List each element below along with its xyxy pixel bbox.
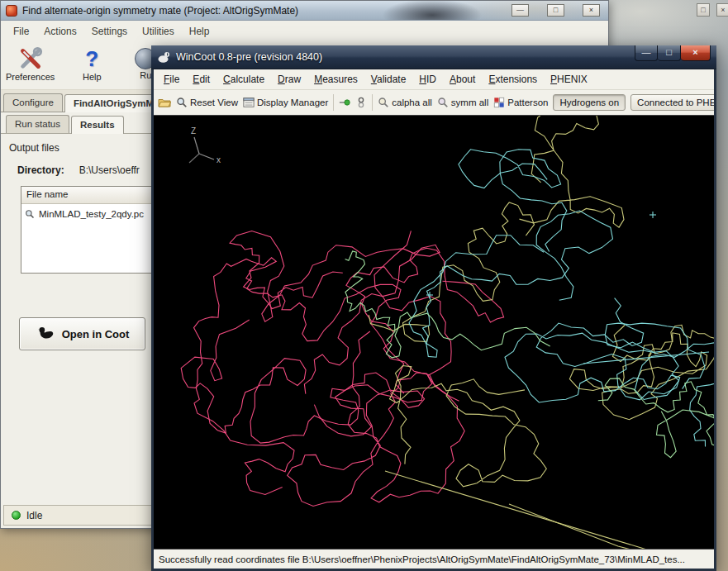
help-button[interactable]: ? Help bbox=[68, 45, 116, 82]
magnifier-icon bbox=[176, 97, 188, 108]
menu-utilities[interactable]: Utilities bbox=[135, 22, 182, 40]
molecule-traces bbox=[181, 116, 714, 550]
directory-value: B:\Users\oeffr bbox=[79, 164, 140, 176]
file-name: MinMLAD_testy_2qdy.pc bbox=[39, 209, 144, 219]
minimize-button[interactable]: — bbox=[512, 4, 529, 17]
wincoot-statusbar: Successfully read coordinates file B:\Us… bbox=[154, 550, 714, 569]
wincoot-window-title: WinCoot 0.8-pre (revision 4840) bbox=[176, 51, 322, 63]
open-coordinates-button[interactable] bbox=[158, 96, 171, 109]
menu-measures[interactable]: Measures bbox=[307, 70, 364, 88]
phenix-app-icon bbox=[6, 5, 17, 17]
open-in-coot-label: Open in Coot bbox=[62, 328, 130, 340]
reset-view-label: Reset View bbox=[190, 98, 238, 107]
menu-about[interactable]: About bbox=[443, 70, 482, 88]
menu-calculate[interactable]: Calculate bbox=[216, 70, 271, 88]
maximize-button[interactable]: □ bbox=[547, 4, 564, 17]
wincoot-app-icon bbox=[157, 50, 170, 64]
phenix-window-controls: — □ × bbox=[512, 4, 600, 17]
phenix-menubar: File Actions Settings Utilities Help bbox=[1, 21, 608, 42]
preferences-label: Preferences bbox=[6, 72, 55, 82]
phenix-status-text: Idle bbox=[26, 510, 42, 521]
magnifier-icon bbox=[378, 97, 389, 108]
phenix-titlebar[interactable]: Find alternate-origin symmetry mate (Pro… bbox=[1, 1, 608, 21]
background-close-button[interactable]: × bbox=[716, 3, 728, 17]
graphics-viewport[interactable]: Z x bbox=[154, 115, 714, 550]
display-manager-icon bbox=[243, 97, 255, 108]
axis-gizmo: Z x bbox=[189, 126, 221, 164]
recentre-button[interactable] bbox=[339, 97, 350, 108]
phenix-window-title: Find alternate-origin symmetry mate (Pro… bbox=[22, 5, 298, 17]
menu-extensions[interactable]: Extensions bbox=[482, 70, 544, 88]
connected-to-phenix-button[interactable]: Connected to PHENIX bbox=[630, 94, 714, 111]
calpha-all-label: calpha all bbox=[392, 98, 432, 107]
menu-draw[interactable]: Draw bbox=[271, 70, 307, 88]
wincoot-toolbar: Reset View Display Manager bbox=[154, 90, 714, 115]
menu-file[interactable]: File bbox=[6, 22, 36, 40]
menu-phenix[interactable]: PHENIX bbox=[544, 70, 594, 88]
menu-hid[interactable]: HID bbox=[412, 70, 443, 88]
patterson-label: Patterson bbox=[507, 98, 548, 107]
wincoot-window-controls: — □ × bbox=[635, 45, 711, 61]
magnifier-icon bbox=[25, 209, 35, 219]
wincoot-menubar: File Edit Calculate Draw Measures Valida… bbox=[154, 69, 714, 90]
maximize-button[interactable]: □ bbox=[658, 45, 681, 61]
background-restore-button[interactable]: □ bbox=[697, 3, 710, 17]
atoms-icon bbox=[355, 97, 367, 108]
folder-icon bbox=[158, 96, 171, 109]
reset-view-button[interactable]: Reset View bbox=[176, 97, 238, 108]
menu-help[interactable]: Help bbox=[182, 22, 217, 40]
tools-icon bbox=[18, 46, 43, 71]
patterson-button[interactable]: Patterson bbox=[493, 97, 548, 108]
toolbar-separator bbox=[333, 94, 334, 111]
menu-file[interactable]: File bbox=[157, 70, 186, 88]
symm-all-label: symm all bbox=[451, 98, 488, 107]
display-manager-button[interactable]: Display Manager bbox=[243, 97, 328, 108]
wincoot-titlebar[interactable]: WinCoot 0.8-pre (revision 4840) — □ × bbox=[151, 45, 716, 69]
display-manager-label: Display Manager bbox=[257, 98, 328, 107]
help-label: Help bbox=[83, 72, 102, 82]
run-label: Ru bbox=[140, 70, 151, 80]
open-in-coot-button[interactable]: Open in Coot bbox=[19, 317, 145, 350]
menu-edit[interactable]: Edit bbox=[186, 70, 216, 88]
tab-configure[interactable]: Configure bbox=[3, 93, 63, 112]
status-idle-icon bbox=[12, 511, 21, 520]
menu-actions[interactable]: Actions bbox=[36, 22, 83, 40]
directory-label: Directory: bbox=[17, 164, 64, 176]
close-button[interactable]: × bbox=[681, 45, 711, 61]
coot-duck-icon bbox=[36, 325, 55, 343]
symm-all-button[interactable]: symm all bbox=[437, 97, 488, 108]
axis-x-label: x bbox=[216, 155, 221, 164]
tab-findaltorigsymmate[interactable]: FindAltOrigSymM bbox=[64, 94, 163, 112]
axis-z-label: Z bbox=[191, 126, 196, 136]
wincoot-status-text: Successfully read coordinates file B:\Us… bbox=[159, 554, 685, 564]
help-icon: ? bbox=[85, 46, 98, 71]
toolbar-separator bbox=[372, 94, 373, 111]
viewport-canvas[interactable]: Z x bbox=[154, 116, 714, 550]
green-dot-arrow-icon bbox=[339, 97, 350, 108]
go-to-atom-button[interactable] bbox=[355, 97, 367, 108]
preferences-button[interactable]: Preferences bbox=[6, 45, 55, 82]
calpha-all-button[interactable]: calpha all bbox=[378, 97, 432, 108]
background-window-controls: □ × bbox=[697, 3, 728, 17]
menu-settings[interactable]: Settings bbox=[84, 22, 135, 40]
magnifier-icon bbox=[437, 97, 449, 108]
tab-results[interactable]: Results bbox=[71, 116, 124, 134]
wincoot-window: WinCoot 0.8-pre (revision 4840) — □ × Fi… bbox=[151, 45, 716, 571]
minimize-button[interactable]: — bbox=[635, 45, 658, 61]
menu-validate[interactable]: Validate bbox=[364, 70, 413, 88]
close-button[interactable]: × bbox=[583, 4, 600, 17]
tab-run-status[interactable]: Run status bbox=[6, 115, 69, 133]
hydrogens-toggle-button[interactable]: Hydrogens on bbox=[553, 94, 626, 111]
patterson-icon bbox=[493, 97, 505, 108]
